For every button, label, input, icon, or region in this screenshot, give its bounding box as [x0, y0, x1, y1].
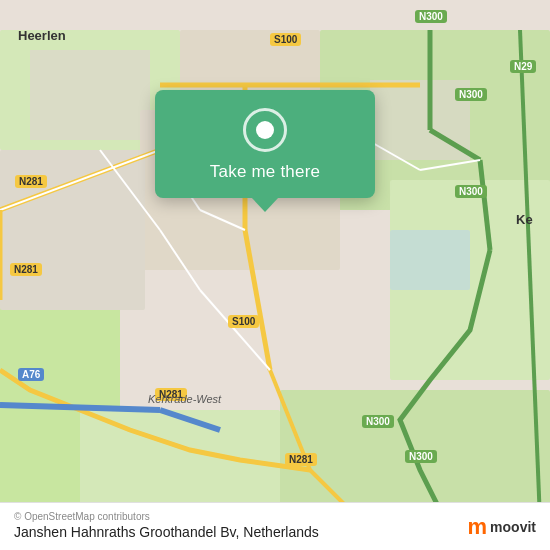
road-label-n300-5: N300 — [405, 450, 437, 463]
navigation-popup: Take me there — [155, 90, 375, 198]
road-label-n300-3: N300 — [455, 185, 487, 198]
map-pin — [243, 108, 287, 152]
moovit-logo: m moovit — [468, 514, 536, 540]
moovit-text: moovit — [490, 519, 536, 535]
svg-rect-10 — [30, 50, 150, 140]
map-pin-center — [256, 121, 274, 139]
road-label-s100-2: S100 — [228, 315, 259, 328]
road-label-a76: A76 — [18, 368, 44, 381]
road-label-n300-1: N300 — [415, 10, 447, 23]
svg-rect-9 — [0, 150, 145, 310]
road-label-n281-1: N281 — [15, 175, 47, 188]
road-label-n300-4: N300 — [362, 415, 394, 428]
moovit-m-icon: m — [468, 514, 488, 540]
road-label-n300-2: N300 — [455, 88, 487, 101]
road-label-s100-1: S100 — [270, 33, 301, 46]
take-me-there-button[interactable]: Take me there — [210, 162, 320, 182]
road-label-n29: N29 — [510, 60, 536, 73]
road-label-n281-4: N281 — [285, 453, 317, 466]
copyright-text: © OpenStreetMap contributors — [14, 511, 536, 522]
road-label-n281-2: N281 — [10, 263, 42, 276]
map-container: N281 N281 N281 N281 S100 S100 N300 N300 … — [0, 0, 550, 550]
bottom-bar: © OpenStreetMap contributors Janshen Hah… — [0, 502, 550, 550]
map-background — [0, 0, 550, 550]
city-label-ke: Ke — [516, 212, 533, 227]
svg-rect-12 — [390, 230, 470, 290]
city-label-heerlen: Heerlen — [18, 28, 66, 43]
location-name: Janshen Hahnraths Groothandel Bv, Nether… — [14, 524, 319, 540]
district-label-kerkrade: Kerkrade-West — [148, 393, 221, 405]
